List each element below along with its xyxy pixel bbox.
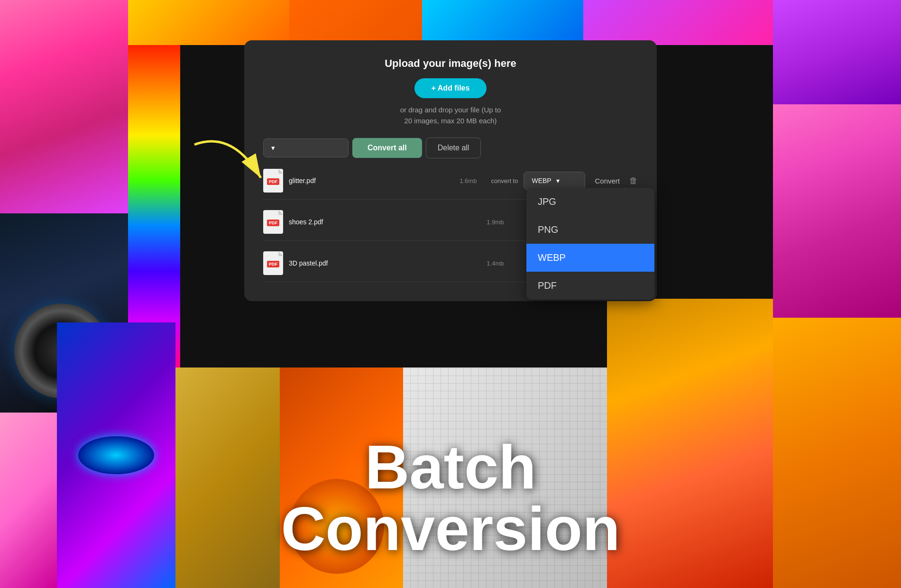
- bg-tile-mesh: [403, 368, 607, 588]
- drag-drop-text: or drag and drop your file (Up to20 imag…: [263, 105, 638, 126]
- bg-tile-top-c3: [422, 0, 583, 45]
- bg-tile-bot-right: [773, 318, 901, 588]
- file-size-3: 1.4mb: [487, 260, 504, 267]
- delete-button-1[interactable]: 🗑: [629, 176, 638, 186]
- pdf-badge-3: PDF: [267, 261, 279, 267]
- bg-tile-pink-portrait: [0, 0, 128, 213]
- format-value-1: WEBP: [532, 177, 551, 184]
- bg-tile-glitter: [175, 368, 280, 588]
- bg-tile-right-woman: [773, 104, 901, 318]
- convert-all-button[interactable]: Convert all: [352, 138, 422, 158]
- file-size-2: 1.9mb: [487, 219, 504, 226]
- format-dropdown-overlay: JPG PNG WEBP PDF: [526, 188, 654, 300]
- file-list: PDF glitter.pdf 1.6mb convert to WEBP ▾ …: [263, 162, 638, 282]
- file-name-2: shoes 2.pdf: [289, 218, 487, 226]
- pdf-badge-1: PDF: [267, 178, 279, 185]
- file-icon-2: PDF: [263, 210, 283, 234]
- pdf-badge-2: PDF: [267, 220, 279, 226]
- dropdown-option-webp[interactable]: WEBP: [526, 244, 654, 272]
- delete-all-button[interactable]: Delete all: [426, 138, 481, 158]
- file-name-1: glitter.pdf: [289, 177, 460, 184]
- file-size-1: 1.6mb: [460, 177, 477, 184]
- bg-tile-rainbow-arch: [128, 45, 180, 368]
- convert-to-label-1: convert to: [491, 177, 518, 184]
- bg-tile-top-c2: [289, 0, 422, 45]
- bg-tile-colorful-eye: [57, 322, 175, 588]
- toolbar-row: ▾ Convert all Delete all: [263, 138, 638, 158]
- chevron-down-icon: ▾: [271, 144, 275, 152]
- dropdown-option-png[interactable]: PNG: [526, 216, 654, 244]
- convert-button-1[interactable]: Convert: [595, 177, 620, 185]
- bg-tile-purple-shoe: [773, 0, 901, 104]
- bg-tile-bot-left-1: [0, 413, 57, 588]
- chevron-icon-1: ▾: [556, 177, 560, 184]
- main-panel: Upload your image(s) here + Add files or…: [244, 40, 657, 301]
- file-icon-1: PDF: [263, 169, 283, 193]
- bg-tile-basketball: [280, 368, 403, 588]
- file-icon-3: PDF: [263, 251, 283, 275]
- bg-tile-top-c1: [128, 0, 289, 45]
- upload-title: Upload your image(s) here: [263, 57, 638, 70]
- dropdown-option-pdf[interactable]: PDF: [526, 272, 654, 300]
- format-select-1[interactable]: WEBP ▾: [524, 172, 585, 190]
- global-format-dropdown[interactable]: ▾: [263, 138, 349, 157]
- add-files-button[interactable]: + Add files: [414, 78, 487, 98]
- file-name-3: 3D pastel.pdf: [289, 259, 487, 267]
- bg-tile-top-c4: [583, 0, 773, 45]
- bg-tile-woman-sunglasses: [607, 299, 773, 588]
- dropdown-option-jpg[interactable]: JPG: [526, 188, 654, 216]
